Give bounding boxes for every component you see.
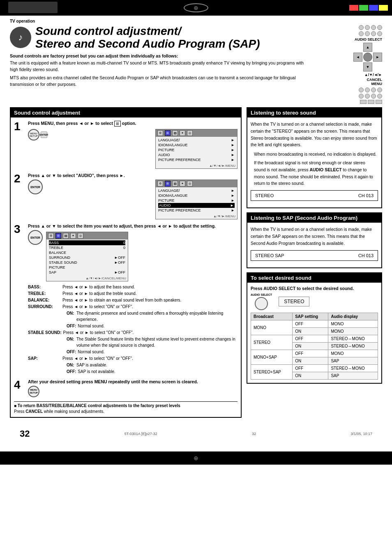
dpad-center — [363, 53, 372, 62]
sap-screen-left: STEREO SAP — [255, 253, 284, 258]
step-3-instruction: Press ▲ or ▼ to select the item you want… — [28, 223, 238, 228]
cell-stereo-off-audio: STEREO↔MONO — [328, 335, 378, 342]
dpad-up[interactable]: ▲ — [363, 43, 372, 52]
step-1-icon: ⊞ — [114, 121, 121, 127]
main-content: Sound control adjustment 1 Press MENU, t… — [10, 107, 382, 422]
audio-select-icon-group: AUDIO SELECT — [251, 293, 272, 310]
step-2-menu-items: LANGUAGE/ ► IDIOMA/LANGUE ► PICTURE ► AU… — [156, 187, 237, 214]
cell-stereo-off: OFF — [293, 335, 328, 342]
title-text: Sound control adjustment/ Stereo and Sec… — [35, 25, 260, 51]
remote-dot — [359, 25, 364, 30]
step-2-content: Press ▲ or ▼ to select "AUDIO", then pre… — [28, 173, 238, 219]
detail-sap-off: OFF: SAP is not available. — [28, 368, 238, 375]
stereo-bullet1: When mono broadcasting is received, no i… — [254, 151, 378, 158]
step-3: 3 Press ▲ or ▼ to select the item you wa… — [14, 223, 238, 375]
desired-sound-section: To select desired sound Press AUDIO SELE… — [247, 272, 382, 384]
detail-stable-on: ON: The Stable Sound feature limits the … — [28, 336, 238, 348]
audio-select-button[interactable] — [255, 297, 268, 310]
menu-item2-audio: AUDIO ► — [158, 203, 235, 208]
step-4-instruction: After your desired setting press MENU re… — [28, 379, 238, 384]
remote-dpad: ▲ ▼ ◄ ► — [353, 43, 382, 71]
remote-dot — [359, 94, 364, 99]
menu-item-language: LANGUAGE/ ► — [158, 138, 235, 143]
menu-item-audio: AUDIO ► — [158, 152, 235, 157]
intro-para2: MTS also provides an extra channel calle… — [10, 75, 309, 88]
step-1-footer: ▲/▼/◄/►/MENU — [156, 163, 237, 168]
footer-code-center: 32 — [252, 432, 256, 436]
remote-dot — [365, 31, 370, 36]
top-bar: ⊕ — [0, 0, 392, 16]
remote-dot — [371, 88, 376, 92]
remote-dot — [365, 25, 370, 30]
step-1-content: Press MENU, then press ◄ or ► to select … — [28, 121, 238, 169]
title-icon: ♪ — [10, 27, 31, 48]
remote-dot — [371, 31, 376, 36]
remote-dot — [371, 94, 376, 99]
menu-item-picture: PICTURE ► — [158, 147, 235, 152]
detail-surround-off: OFF: Normal sound. — [28, 323, 238, 329]
dpad-left[interactable]: ◄ — [353, 53, 362, 62]
title-line2: Stereo and Second Audio Program (SAP) — [35, 38, 260, 51]
cell-mono-sap: MONO+SAP — [251, 350, 293, 364]
title-section: ♪ Sound control adjustment/ Stereo and S… — [10, 25, 309, 51]
tv-operation-header: TV operation — [10, 16, 382, 25]
cancel-label: CANCEL — [314, 78, 382, 82]
stereo-screen-right: CH 013 — [358, 193, 374, 198]
menu-icon3-3: 🖼 — [63, 233, 69, 239]
bottom-bar: 32 5T-0301A [E]p27-32 32 3/1/05, 10:17 — [10, 426, 382, 442]
step-2-number: 2 — [14, 173, 25, 184]
detail-sap: SAP: Press ◄ or ► to select "ON" or "OFF… — [28, 355, 238, 362]
audio-select-btn-label: AUDIO SELECT — [251, 293, 272, 296]
menu-icon-5: ◎ — [187, 130, 193, 136]
menu-icon-3: 🖼 — [172, 130, 178, 136]
menu-icon3-1: ⚙ — [48, 233, 54, 239]
remote-dot — [377, 25, 382, 30]
col-audio: Audio display — [328, 313, 378, 320]
left-column: Sound control adjustment 1 Press MENU, t… — [10, 107, 242, 422]
menu-icon3-4: ✦ — [70, 233, 76, 239]
menu-item2-picture: PICTURE ► — [158, 198, 235, 203]
step-2-footer: ▲/▼/►/MENU — [156, 214, 237, 219]
menu-label: MENU — [314, 82, 382, 86]
cell-mono-on: ON — [293, 327, 328, 335]
intro-bold: Sound controls are factory preset but yo… — [10, 53, 309, 60]
dpad-down[interactable]: ▼ — [363, 62, 372, 71]
sound-control-title: Sound control adjustment — [11, 108, 241, 117]
menu-icons-row: ⚙ ⊞ 🖼 ✦ ◎ — [156, 129, 237, 137]
desired-sound-content: Press AUDIO SELECT to select the desired… — [247, 283, 381, 383]
return-note: ■ To return BASS/TREBLE/BALANCE control … — [14, 401, 238, 414]
yellow-bar — [379, 5, 388, 11]
step-1-menu-screen: ⚙ ⊞ 🖼 ✦ ◎ LANGUAGE/ ► IDIOMA/LANGUE ► — [155, 129, 238, 169]
table-row: MONO OFF MONO — [251, 320, 378, 327]
step-2-enter-icon: ENTER — [28, 180, 43, 194]
cell-stereo-on: ON — [293, 342, 328, 350]
step-3-number: 3 — [14, 223, 25, 235]
menu-item2-language: LANGUAGE/ ► — [158, 188, 235, 193]
menu-setup-button-4[interactable]: MENUSETUP — [28, 386, 39, 397]
sap-title: Listening to SAP (Second Audio Program) — [247, 213, 381, 223]
remote-rect-btn — [368, 100, 374, 104]
menu-item2-idioma: IDIOMA/LANGUE ► — [158, 193, 235, 198]
sound-control-section: Sound control adjustment 1 Press MENU, t… — [10, 107, 242, 418]
page-number: 32 — [20, 428, 30, 439]
stereo-text: When the TV is turned on or a channel se… — [251, 121, 378, 187]
menu3-stable: STABLE SOUND►OFF — [49, 260, 125, 265]
sap-content: When the TV is turned on or a channel se… — [247, 223, 381, 267]
cell-msap-on: ON — [293, 357, 328, 364]
step-2-instruction: Press ▲ or ▼ to select "AUDIO", then pre… — [28, 173, 238, 178]
dpad-right[interactable]: ► — [373, 53, 382, 62]
menu-icon2-4: ✦ — [180, 181, 185, 187]
menu3-sap: SAP►OFF — [49, 270, 125, 275]
detail-bass: BASS: Press ◄ or ► to adjust the bass so… — [28, 284, 238, 290]
sap-text: When the TV is turned on or a channel se… — [251, 226, 378, 246]
step-1-number: 1 — [14, 121, 25, 132]
stereo-para1: When the TV is turned on or a channel se… — [251, 121, 378, 148]
step-1-menu-items: LANGUAGE/ ► IDIOMA/LANGUE ► PICTURE ► AU… — [156, 137, 237, 163]
enter-button-3[interactable]: ENTER — [28, 230, 43, 245]
stereo-display-box: STEREO — [279, 297, 309, 306]
menu3-treble: TREBLE0 — [49, 245, 125, 250]
enter-button[interactable]: ENTER — [28, 180, 43, 194]
title-line1: Sound control adjustment/ — [35, 25, 260, 38]
desired-sound-title: To select desired sound — [247, 273, 381, 283]
menu-setup-button[interactable]: MENUSETUP — [28, 129, 39, 140]
